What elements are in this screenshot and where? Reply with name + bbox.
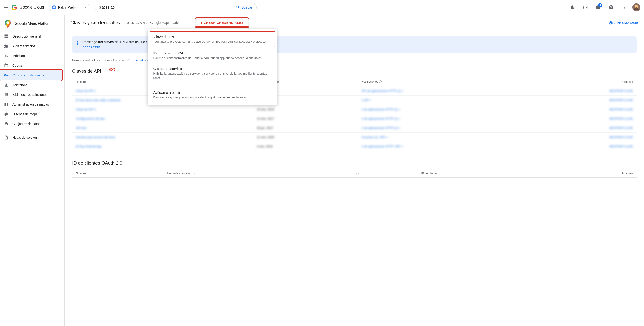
table-row: El Key Android App 3 ene. 2019 1 de apli… (72, 142, 636, 151)
row-date: 11 ene. 2020 (253, 133, 358, 142)
sidebar-item-cuotas[interactable]: Cuotas (0, 61, 62, 70)
sidebar-item-apis-label: APIs y servicios (12, 44, 35, 48)
search-bar: × Buscar (95, 3, 256, 12)
key-icon (4, 73, 9, 78)
apps-icon (4, 92, 9, 97)
svg-point-3 (6, 21, 9, 24)
dropdown-item-oauth-desc: Solicita el consentimiento del usuario p… (153, 56, 272, 60)
search-icon (236, 5, 240, 10)
table-row: Secreto para acceso del área 11 ene. 202… (72, 133, 636, 142)
oauth-table: Nombre Fecha de creación ↓ ↓ Tipo ID de … (72, 170, 636, 178)
sidebar-item-asistencia[interactable]: Asistencia (0, 80, 62, 90)
dropdown-item-help-choose-desc: Responde algunas preguntas para decidir … (153, 95, 272, 100)
project-selector[interactable]: Palbin Web ▾ (48, 4, 90, 11)
dropdown-item-service-account-desc: Habilita la autenticación de servidor a … (153, 72, 272, 80)
sidebar-item-descripcion-label: Descripción general (12, 35, 41, 38)
sidebar-item-metricas-label: Métricas (12, 54, 25, 58)
project-name: Palbin Web (58, 6, 83, 9)
graduation-cap-icon (608, 20, 613, 25)
sidebar-item-disenios-label: Diseños de mapa (12, 112, 38, 116)
page-header: Claves y credenciales Todas las API de G… (65, 15, 644, 31)
sidebar-item-metricas[interactable]: Métricas (0, 51, 62, 61)
row-actions[interactable]: MOSTRAR CLAVE (529, 123, 636, 133)
row-actions[interactable]: MOSTRAR CLAVE (529, 105, 636, 114)
sidebar-brand: Google Maps Platform (0, 17, 64, 32)
breadcrumb-arrow-icon: → (184, 20, 188, 25)
more-options-button[interactable] (620, 3, 629, 12)
row-actions[interactable]: MOSTRAR CLAVE (529, 96, 636, 105)
row-restrictions: 1 de aplicaciones HTTP +RFI + (358, 142, 530, 151)
sidebar-item-notas-label: Notas de versión (12, 136, 37, 139)
row-actions[interactable]: MOSTRAR CLAVE (529, 86, 636, 96)
terminal-button[interactable] (581, 3, 590, 12)
oauth-title: ID de clientes OAuth 2.0 (72, 160, 636, 166)
row-actions[interactable]: MOSTRAR CLAVE (529, 114, 636, 123)
text-annotation-label: Text (107, 67, 115, 72)
oauth-col-acciones: Acciones (538, 170, 636, 178)
row-date: 3 ene. 2019 (253, 142, 358, 151)
palette-icon (4, 112, 9, 117)
search-clear-icon[interactable]: × (224, 3, 232, 12)
dropdown-item-help-choose-title: Ayúdame a elegir (153, 91, 272, 94)
sidebar-item-notas[interactable]: Notas de versión (0, 133, 62, 142)
dropdown-item-service-account[interactable]: Cuenta de servicio Habilita la autentica… (148, 63, 277, 83)
create-credentials-dropdown: Clave de API Identifica tu proyecto con … (148, 29, 277, 105)
notifications-button[interactable] (568, 3, 577, 12)
sidebar-item-disenios[interactable]: Diseños de mapa (0, 109, 62, 119)
google-cloud-logo[interactable]: Google Cloud (11, 4, 44, 11)
dropdown-item-oauth[interactable]: ID de cliente de OAuth Solicita el conse… (148, 48, 277, 63)
sidebar-item-biblioteca[interactable]: Biblioteca de soluciones (0, 90, 62, 100)
sidebar-item-cuotas-label: Cuotas (12, 64, 23, 67)
sidebar-item-claves[interactable]: Claves y credenciales (0, 70, 62, 80)
oauth-header-row: Nombre Fecha de creación ↓ ↓ Tipo ID de … (72, 170, 636, 178)
oauth-col-fecha: Fecha de creación ↓ ↓ (163, 170, 350, 178)
dropdown-item-api-key-desc: Identifica tu proyecto con una clave de … (154, 40, 271, 44)
top-navigation: Google Cloud Palbin Web ▾ × Buscar (0, 0, 644, 15)
alert-text-prefix: Restringe tus claves de API. (82, 40, 126, 44)
help-button[interactable] (606, 3, 616, 12)
sidebar-item-apis[interactable]: APIs y servicios (0, 41, 62, 51)
oauth-col-tipo: Tipo (351, 170, 418, 178)
sidebar-item-descripcion[interactable]: Descripción general (0, 32, 62, 41)
create-credentials-button[interactable]: + CREAR CREDENCIALES (196, 19, 248, 27)
api-icon (4, 44, 9, 49)
api-keys-title: Claves de API (72, 69, 101, 74)
sidebar-item-mapas[interactable]: Administración de mapas (0, 100, 62, 109)
oauth-col-id: ID de cliente (418, 170, 538, 178)
info-icon: ℹ (77, 41, 78, 46)
hamburger-menu[interactable] (4, 6, 8, 9)
sidebar-item-conjuntos-label: Conjuntos de datos (12, 122, 40, 126)
row-restrictions: 1 de aplicaciones HTTP (1) + (358, 105, 530, 114)
brand-name: Google Maps Platform (15, 21, 52, 26)
col-restricciones: Restricciones ⓘ (358, 78, 530, 86)
updates-button[interactable]: 2 (594, 3, 603, 12)
row-restrictions: 1 de aplicaciones HTTP (1) + (358, 114, 530, 123)
search-input[interactable] (95, 3, 224, 12)
bar-chart-icon (4, 53, 9, 58)
sidebar-item-conjuntos[interactable]: Conjuntos de datos (0, 119, 62, 129)
dropdown-item-api-key[interactable]: Clave de API Identifica tu proyecto con … (150, 32, 275, 47)
oauth-section: ID de clientes OAuth 2.0 Nombre Fecha de… (72, 160, 636, 178)
user-avatar[interactable] (632, 4, 640, 11)
dropdown-divider (148, 85, 277, 85)
row-name: Secreto para acceso del área (72, 133, 253, 142)
updates-badge: 2 (598, 3, 602, 8)
learning-button[interactable]: APRENDIZAJE (608, 20, 638, 25)
project-icon (52, 5, 56, 10)
dropdown-item-service-account-title: Cuenta de servicio (153, 67, 272, 71)
dropdown-item-oauth-title: ID de cliente de OAuth (153, 51, 272, 55)
row-restrictions: 1 de aplicaciones HTTP (1) + (358, 123, 530, 133)
row-actions[interactable]: MOSTRAR CLAVE (529, 142, 636, 151)
row-name: Configuración del tipo (72, 114, 253, 123)
breadcrumb-text: Todas las API de Google Maps Platform (125, 21, 182, 25)
dropdown-item-api-key-title: Clave de API (154, 35, 271, 39)
terminal-icon (583, 5, 588, 10)
google-cloud-text: Google Cloud (20, 5, 44, 10)
notifications-icon (570, 5, 575, 10)
search-button[interactable]: Buscar (232, 4, 256, 11)
row-actions[interactable]: MOSTRAR CLAVE (529, 133, 636, 142)
sidebar: Google Maps Platform Descripción general… (0, 15, 65, 326)
page-title: Claves y credenciales (70, 20, 120, 26)
person-icon (4, 82, 9, 88)
dropdown-item-help-choose[interactable]: Ayúdame a elegir Responde algunas pregun… (148, 87, 277, 103)
